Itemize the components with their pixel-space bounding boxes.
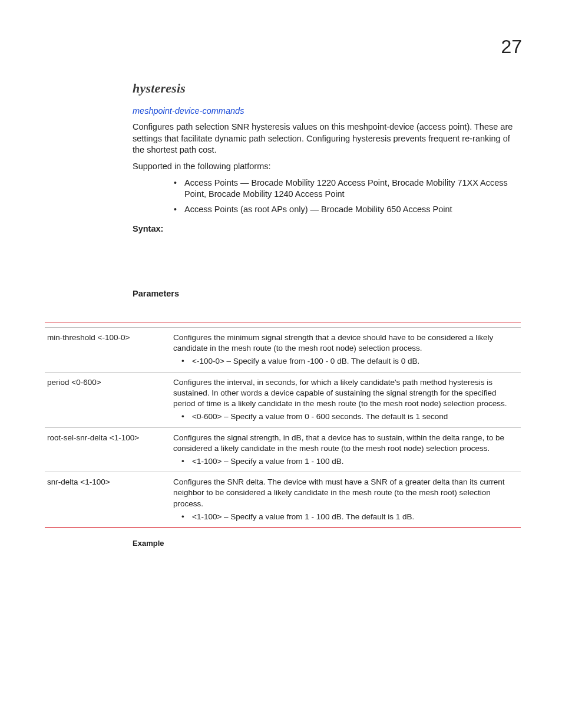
platforms-lead: Supported in the following platforms:	[133, 161, 521, 173]
syntax-label: Syntax:	[133, 223, 521, 235]
example-label: Example	[133, 538, 521, 549]
param-desc: Configures the SNR delta. The device wit…	[171, 472, 521, 528]
param-name: snr-delta <1-100>	[45, 472, 171, 528]
param-desc: Configures the interval, in seconds, for…	[171, 372, 521, 427]
param-desc-text: Configures the minimum signal strength t…	[173, 333, 493, 353]
param-desc-text: Configures the signal strength, in dB, t…	[173, 433, 504, 453]
list-item: Access Points (as root APs only) — Broca…	[174, 204, 521, 216]
param-bullet: <-100-0> – Specify a value from -100 - 0…	[181, 356, 514, 367]
param-name: min-threshold <-100-0>	[45, 328, 171, 373]
param-bullet: <1-100> – Specify a value from 1 - 100 d…	[181, 456, 514, 467]
intro-paragraph: Configures path selection SNR hysteresis…	[133, 121, 521, 156]
parameters-table-wrap: min-threshold <-100-0> Configures the mi…	[45, 322, 521, 554]
param-desc: Configures the signal strength, in dB, t…	[171, 427, 521, 472]
content-column: hysteresis meshpoint-device-commands Con…	[133, 80, 521, 304]
parameters-table: min-threshold <-100-0> Configures the mi…	[45, 322, 521, 528]
param-desc: Configures the minimum signal strength t…	[171, 328, 521, 373]
breadcrumb-link[interactable]: meshpoint-device-commands	[133, 106, 521, 117]
page-number: 27	[501, 34, 522, 60]
param-name: root-sel-snr-delta <1-100>	[45, 427, 171, 472]
platforms-list: Access Points — Brocade Mobility 1220 Ac…	[133, 177, 521, 216]
table-row: snr-delta <1-100> Configures the SNR del…	[45, 472, 521, 528]
parameters-label: Parameters	[133, 288, 521, 300]
list-item: Access Points — Brocade Mobility 1220 Ac…	[174, 177, 521, 200]
table-row: root-sel-snr-delta <1-100> Configures th…	[45, 427, 521, 472]
page: 27 hysteresis meshpoint-device-commands …	[0, 0, 562, 728]
param-desc-text: Configures the interval, in seconds, for…	[173, 378, 507, 408]
param-bullet: <1-100> – Specify a value from 1 - 100 d…	[181, 512, 514, 522]
table-row: min-threshold <-100-0> Configures the mi…	[45, 328, 521, 373]
param-bullet: <0-600> – Specify a value from 0 - 600 s…	[181, 411, 514, 422]
section-title: hysteresis	[133, 80, 521, 97]
param-desc-text: Configures the SNR delta. The device wit…	[173, 477, 505, 508]
table-row: period <0-600> Configures the interval, …	[45, 372, 521, 427]
param-name: period <0-600>	[45, 372, 171, 427]
